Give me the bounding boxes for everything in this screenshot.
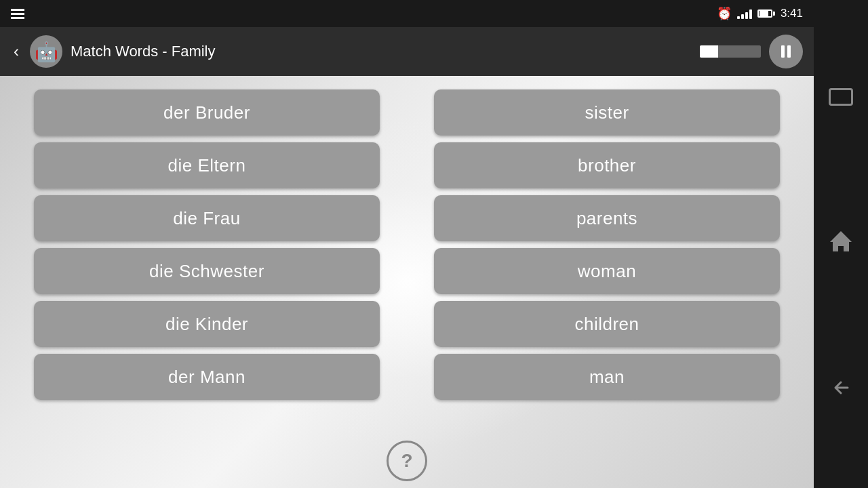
signal-icon [737, 8, 752, 19]
status-bar: ⏰ 3:41 [0, 0, 814, 27]
svg-marker-0 [830, 231, 852, 251]
english-word-btn[interactable]: parents [434, 195, 780, 241]
german-word-btn[interactable]: die Kinder [34, 301, 380, 347]
right-nav [814, 0, 868, 488]
status-bar-left [11, 9, 24, 19]
back-button[interactable]: ‹ [11, 39, 22, 64]
pause-icon [781, 45, 791, 58]
english-word-btn[interactable]: brother [434, 142, 780, 188]
rotate-icon[interactable] [829, 88, 853, 106]
progress-bar-fill [700, 45, 718, 58]
german-word-btn[interactable]: die Schwester [34, 248, 380, 294]
german-word-btn[interactable]: der Mann [34, 354, 380, 400]
clock-icon: ⏰ [717, 6, 732, 21]
english-word-btn[interactable]: sister [434, 89, 780, 136]
pause-button[interactable] [769, 35, 803, 68]
status-bar-right: ⏰ 3:41 [717, 6, 803, 21]
german-word-btn[interactable]: der Bruder [34, 89, 380, 136]
home-button[interactable] [829, 228, 853, 253]
robot-avatar: 🤖 [30, 35, 62, 68]
help-button[interactable]: ? [387, 441, 427, 481]
time-display: 3:41 [781, 7, 803, 20]
english-word-btn[interactable]: woman [434, 248, 780, 294]
german-word-btn[interactable]: die Frau [34, 195, 380, 241]
english-word-btn[interactable]: children [434, 301, 780, 347]
help-icon: ? [401, 451, 412, 470]
game-area: der Bruder sister die Eltern brother die… [0, 76, 814, 488]
german-word-btn[interactable]: die Eltern [34, 142, 380, 188]
battery-icon [757, 9, 775, 18]
word-grid: der Bruder sister die Eltern brother die… [34, 89, 780, 400]
title-bar: ‹ 🤖 Match Words - Family [0, 27, 814, 76]
app-title: Match Words - Family [71, 43, 692, 60]
main-area: ⏰ 3:41 ‹ 🤖 Match Words - Family [0, 0, 814, 488]
menu-icon [11, 9, 24, 19]
progress-bar [700, 45, 761, 58]
english-word-btn[interactable]: man [434, 354, 780, 400]
back-nav-button[interactable] [829, 375, 853, 400]
